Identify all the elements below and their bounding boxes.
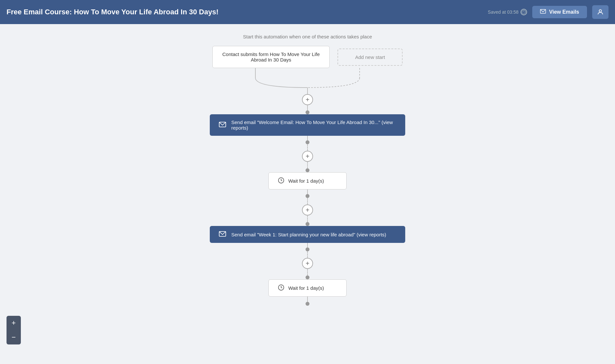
dot-2 — [306, 140, 309, 144]
line-v-1 — [307, 105, 308, 110]
add-step-button-1[interactable]: + — [302, 94, 313, 105]
connector-2: + — [302, 136, 313, 172]
add-step-button-4[interactable]: + — [302, 258, 313, 269]
contact-button[interactable] — [592, 5, 608, 19]
view-emails-label: View Emails — [549, 9, 579, 15]
automation-flow: Start this automation when one of these … — [0, 24, 615, 364]
contact-icon — [597, 8, 604, 16]
app-header: Free Email Course: How To Move Your Life… — [0, 0, 615, 24]
connector-5 — [306, 297, 309, 306]
clock-icon-1 — [278, 177, 284, 185]
zoom-in-button[interactable]: + — [7, 316, 21, 330]
add-start-button[interactable]: Add new start — [337, 49, 403, 66]
dot-7 — [306, 275, 309, 279]
svg-point-2 — [599, 10, 601, 12]
dot-6 — [306, 247, 309, 251]
merge-connector — [193, 68, 422, 94]
triggers-row: Contact submits form How To Move Your Li… — [212, 46, 403, 68]
zoom-controls: + − — [7, 316, 21, 344]
automation-canvas: Start this automation when one of these … — [0, 24, 615, 364]
line-dash-6 — [307, 269, 308, 275]
dot-1 — [306, 110, 309, 114]
wait-block-1[interactable]: Wait for 1 day(s) — [268, 172, 347, 189]
action-email-icon-1 — [219, 122, 226, 128]
history-icon[interactable] — [521, 9, 527, 15]
connector-3: + — [302, 189, 313, 226]
wait-label-1: Wait for 1 day(s) — [288, 178, 324, 184]
wait-label-2: Wait for 1 day(s) — [288, 285, 324, 291]
action-email-icon-2 — [219, 231, 226, 238]
page-title: Free Email Course: How To Move Your Life… — [7, 8, 219, 16]
add-start-label: Add new start — [355, 54, 385, 60]
line-dash-5 — [307, 251, 308, 258]
action-send-welcome-email[interactable]: Send email "Welcome Email: How To Move Y… — [210, 114, 405, 136]
dot-5 — [306, 222, 309, 226]
add-step-button-2[interactable]: + — [302, 151, 313, 162]
wait-block-2[interactable]: Wait for 1 day(s) — [268, 279, 347, 297]
action-send-week1-email[interactable]: Send email "Week 1: Start planning your … — [210, 226, 405, 243]
clock-icon-2 — [278, 284, 284, 292]
line-dash-2 — [307, 162, 308, 168]
view-emails-button[interactable]: View Emails — [532, 6, 587, 18]
trigger-label-1: Contact submits form How To Move Your Li… — [222, 51, 320, 63]
dot-4 — [306, 194, 309, 198]
saved-indicator: Saved at 03:58 — [488, 9, 527, 15]
line-dash-1 — [307, 144, 308, 151]
line-dash-4 — [307, 216, 308, 222]
start-label: Start this automation when one of these … — [243, 34, 372, 39]
connector-4: + — [302, 243, 313, 279]
header-actions: Saved at 03:58 View Emails — [488, 5, 608, 19]
dot-8 — [306, 302, 309, 306]
line-v-4 — [307, 243, 308, 247]
line-v-2 — [307, 136, 308, 140]
line-v-3 — [307, 189, 308, 194]
trigger-box-1[interactable]: Contact submits form How To Move Your Li… — [212, 46, 330, 68]
email-icon — [540, 9, 546, 15]
action-label-1: Send email "Welcome Email: How To Move Y… — [231, 119, 396, 131]
saved-text-label: Saved at 03:58 — [488, 9, 519, 15]
action-label-2: Send email "Week 1: Start planning your … — [231, 232, 386, 237]
dot-3 — [306, 168, 309, 172]
zoom-out-button[interactable]: − — [7, 330, 21, 344]
add-step-button-3[interactable]: + — [302, 204, 313, 216]
line-dash-3 — [307, 198, 308, 204]
connector-1: + — [302, 94, 313, 114]
line-v-5 — [307, 297, 308, 302]
